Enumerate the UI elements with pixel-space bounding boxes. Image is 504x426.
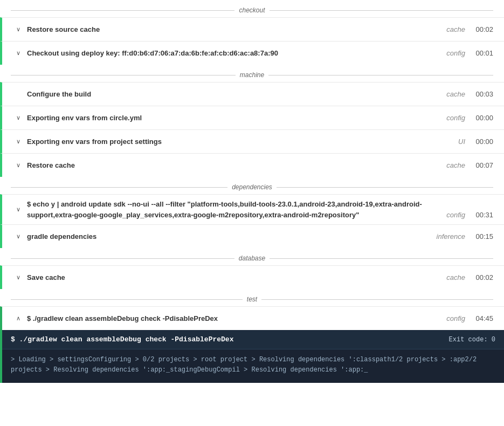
chevron-icon (13, 114, 24, 121)
terminal-command-bar: $ ./gradlew clean assembleDebug check -P… (2, 330, 504, 349)
step-type: config (446, 314, 465, 322)
section-line-left (11, 75, 236, 75)
step-gradlew-assemble[interactable]: $ ./gradlew clean assembleDebug check -P… (0, 306, 504, 330)
step-android-update[interactable]: $ echo y | android update sdk --no-ui --… (0, 194, 504, 224)
step-type: cache (446, 25, 465, 33)
section-label-test: test (247, 296, 257, 303)
section-line-left (11, 258, 234, 259)
terminal-output-block: $ ./gradlew clean assembleDebug check -P… (0, 330, 504, 383)
chevron-icon (13, 138, 24, 145)
step-save-cache[interactable]: Save cache cache 00:02 (0, 265, 504, 289)
section-line-right (268, 75, 493, 75)
step-label: Save cache (27, 268, 446, 287)
step-checkout-deploy-key[interactable]: Checkout using deploy key: ff:d0:b6:d7:0… (0, 41, 504, 65)
section-header-test: test (0, 289, 504, 306)
chevron-icon (13, 233, 24, 240)
chevron-icon (13, 50, 24, 57)
step-label: gradle dependencies (27, 227, 437, 246)
step-time: 00:15 (474, 232, 493, 241)
step-time: 00:03 (474, 90, 493, 98)
step-label: Configure the build (27, 85, 446, 104)
step-export-env-circle[interactable]: Exporting env vars from circle.yml confi… (0, 106, 504, 129)
step-type: cache (446, 273, 465, 281)
step-time: 00:02 (474, 273, 493, 281)
chevron-icon (13, 315, 24, 322)
section-header-machine: machine (0, 65, 504, 82)
section-line-right (270, 258, 493, 259)
section-header-database: database (0, 248, 504, 265)
section-line-left (11, 10, 234, 11)
section-label-machine: machine (240, 71, 264, 79)
step-restore-cache[interactable]: Restore cache cache 00:07 (0, 153, 504, 177)
section-label-dependencies: dependencies (232, 183, 272, 191)
step-time: 00:00 (474, 114, 493, 122)
section-line-right (270, 10, 493, 11)
step-label: Restore cache (27, 156, 446, 175)
section-line-right (261, 299, 493, 300)
section-label-checkout: checkout (239, 6, 265, 14)
step-label: Restore source cache (27, 20, 446, 39)
step-type: cache (446, 161, 465, 169)
step-time: 00:31 (474, 211, 493, 224)
step-gradle-dependencies[interactable]: gradle dependencies inference 00:15 (0, 224, 504, 248)
step-time: 00:01 (474, 49, 493, 57)
terminal-output-text: > Loading > settingsConfiguring > 0/2 pr… (2, 349, 504, 383)
section-header-dependencies: dependencies (0, 177, 504, 194)
step-type: inference (437, 232, 465, 241)
step-time: 00:02 (474, 25, 493, 33)
step-label: Exporting env vars from circle.yml (27, 108, 446, 127)
step-time: 04:45 (474, 314, 493, 322)
step-export-env-project[interactable]: Exporting env vars from project settings… (0, 129, 504, 153)
chevron-icon (13, 274, 24, 281)
step-time: 00:07 (474, 161, 493, 169)
main-container: checkout Restore source cache cache 00:0… (0, 0, 504, 383)
step-type: cache (446, 90, 465, 98)
section-header-checkout: checkout (0, 0, 504, 17)
terminal-exit-code: Exit code: 0 (449, 336, 495, 343)
step-type: config (446, 49, 465, 57)
step-restore-source-cache[interactable]: Restore source cache cache 00:02 (0, 17, 504, 41)
section-line-left (11, 187, 227, 188)
step-label: $ ./gradlew clean assembleDebug check -P… (27, 309, 446, 328)
chevron-icon (13, 162, 24, 169)
step-type: UI (458, 138, 465, 146)
section-line-right (277, 187, 493, 188)
section-label-database: database (239, 255, 265, 262)
step-type: config (446, 114, 465, 122)
step-configure-build[interactable]: Configure the build cache 00:03 (0, 82, 504, 106)
step-label: $ echo y | android update sdk --no-ui --… (27, 195, 446, 224)
step-time: 00:00 (474, 138, 493, 146)
section-line-left (11, 299, 243, 300)
terminal-command: $ ./gradlew clean assembleDebug check -P… (11, 335, 233, 343)
chevron-icon (13, 206, 24, 213)
step-label: Checkout using deploy key: ff:d0:b6:d7:0… (27, 44, 446, 63)
step-label: Exporting env vars from project settings (27, 132, 458, 151)
step-type: config (446, 211, 465, 224)
chevron-icon (13, 26, 24, 33)
